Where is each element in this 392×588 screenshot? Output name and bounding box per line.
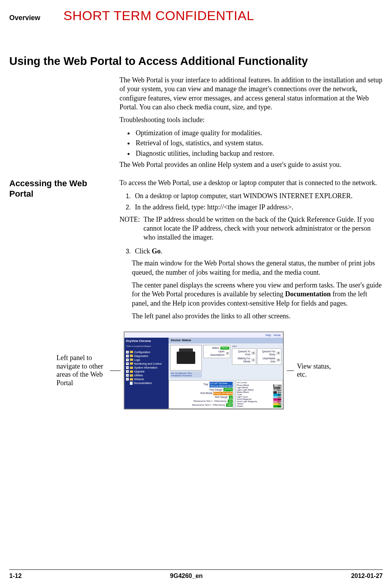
step3-p2: The center panel displays the screens wh… bbox=[132, 281, 383, 308]
footer-page: 1-12 bbox=[9, 572, 22, 580]
step3-p3: The left panel also provides the links t… bbox=[132, 312, 383, 321]
watermark: SHORT TERM CONFIDENTIAL bbox=[63, 7, 254, 24]
access-intro: To access the Web Portal, use a desktop … bbox=[119, 178, 383, 187]
sidebar-item[interactable]: +Monitoring and Control bbox=[126, 362, 167, 365]
note-block: NOTE: The IP address should be written o… bbox=[119, 215, 383, 242]
ink-row: Green90% bbox=[237, 405, 282, 408]
step-3-post: . bbox=[161, 247, 163, 255]
sidebar-item[interactable]: +Wizards bbox=[126, 377, 167, 381]
config-message: Not Configured: Run Installation Assista… bbox=[170, 371, 202, 378]
step3-p1: The main window for the Web Portal shows… bbox=[132, 259, 383, 277]
intro-paragraph-1: The Web Portal is your interface to addi… bbox=[119, 76, 383, 112]
brand: DryView Chroma bbox=[126, 339, 167, 343]
callout-right: View status, etc. bbox=[297, 362, 336, 379]
footer-docid: 9G4260_en bbox=[170, 572, 203, 580]
step-2: In the address field, type: http://<the … bbox=[133, 203, 383, 212]
sidebar-item[interactable]: +Logs bbox=[126, 358, 167, 362]
sidebar-item[interactable]: +System Information bbox=[126, 366, 167, 369]
step-3: Click Go. bbox=[133, 247, 383, 256]
sidebar-item[interactable]: +Diagnostics bbox=[126, 354, 167, 358]
bullet-item: Diagnostic utilities, including backup a… bbox=[134, 149, 383, 158]
printer-image bbox=[170, 345, 202, 370]
panel-title: Device Status bbox=[169, 338, 283, 343]
footer-date: 2012-01-27 bbox=[351, 572, 383, 580]
home-link[interactable]: Home bbox=[273, 333, 281, 337]
callout-line-icon bbox=[287, 370, 294, 371]
sidebar-item[interactable]: +Utilities bbox=[126, 374, 167, 377]
steps-list-cont: Click Go. bbox=[119, 247, 383, 256]
step-3-pre: Click bbox=[135, 247, 152, 255]
page-footer: 1-12 9G4260_en 2012-01-27 bbox=[9, 569, 383, 580]
sidebar-hint: Click to expand/collapse bbox=[126, 345, 167, 348]
subheading: Accessing the Web Portal bbox=[9, 178, 112, 199]
status-badge: Ready bbox=[220, 347, 229, 350]
header-section: Overview bbox=[9, 14, 40, 22]
note-body: The IP address should be written on the … bbox=[143, 215, 383, 242]
troubleshooting-list: Optimization of image quality for modali… bbox=[119, 129, 383, 158]
note-label: NOTE: bbox=[119, 215, 143, 242]
sidebar-item[interactable]: +Configuration bbox=[126, 350, 167, 354]
step-1: On a desktop or laptop computer, start W… bbox=[133, 192, 383, 201]
page-title: Using the Web Portal to Access Additiona… bbox=[9, 54, 383, 69]
intro-paragraph-2: Troubleshooting tools include: bbox=[119, 116, 383, 124]
sidebar: DryView Chroma Click to expand/collapse … bbox=[124, 338, 169, 408]
sidebar-item[interactable]: +Upgrade bbox=[126, 370, 167, 373]
bullet-item: Optimization of image quality for modali… bbox=[134, 129, 383, 138]
sidebar-item[interactable]: Documentation bbox=[126, 381, 167, 385]
callout-left: Left panel to navigate to other areas of… bbox=[56, 354, 107, 387]
steps-list: On a desktop or laptop computer, start W… bbox=[119, 192, 383, 212]
web-portal-screenshot: Help Home DryView Chroma Click to expand… bbox=[124, 331, 284, 409]
intro-paragraph-3: The Web Portal provides an online Help s… bbox=[119, 160, 383, 169]
help-link[interactable]: Help bbox=[266, 333, 271, 337]
figure: Left panel to navigate to other areas of… bbox=[9, 331, 383, 409]
step-3-bold: Go bbox=[152, 247, 161, 255]
bullet-item: Retrieval of logs, statistics, and syste… bbox=[134, 139, 383, 148]
callout-line-icon bbox=[110, 370, 121, 371]
